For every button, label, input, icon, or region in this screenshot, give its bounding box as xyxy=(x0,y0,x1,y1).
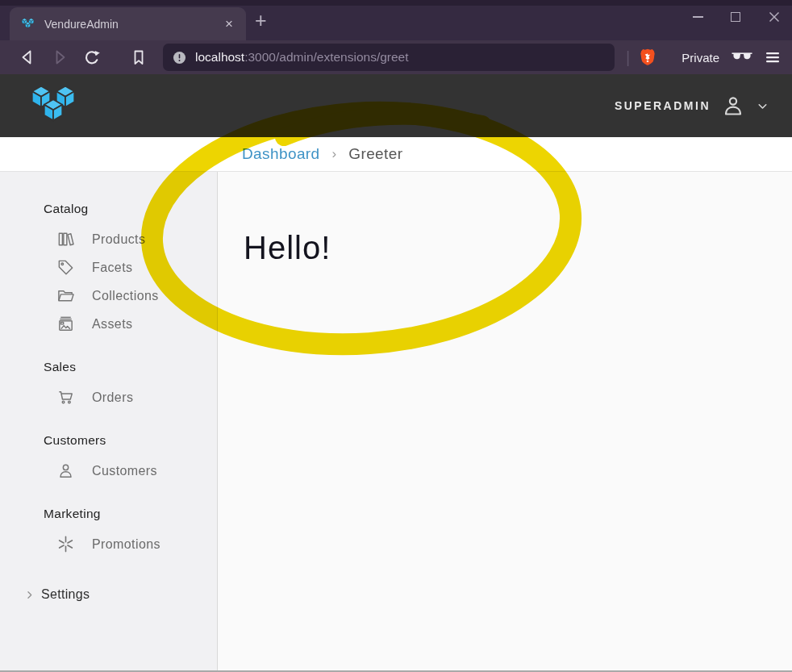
sidebar-item-customers[interactable]: Customers xyxy=(0,457,217,485)
sidebar-section-sales: Sales Orders xyxy=(0,360,217,411)
toolbar-separator: | xyxy=(626,48,630,67)
breadcrumb-separator: › xyxy=(332,146,337,162)
sidebar-item-label: Collections xyxy=(92,289,159,303)
user-menu[interactable]: SUPERADMIN xyxy=(615,94,769,118)
breadcrumb: Dashboard › Greeter xyxy=(0,137,792,172)
window-controls xyxy=(693,6,781,27)
reload-button[interactable] xyxy=(82,48,102,67)
browser-toolbar: localhost:3000/admin/extensions/greet | … xyxy=(0,40,792,74)
user-avatar-icon xyxy=(721,94,745,118)
brave-shield-icon[interactable] xyxy=(638,48,657,67)
sidebar-item-label: Assets xyxy=(92,317,132,332)
section-title: Catalog xyxy=(0,202,217,216)
toolbar-right-cluster: Private xyxy=(682,49,781,65)
greeting-text: Hello! xyxy=(244,230,792,266)
sidebar-item-label: Orders xyxy=(92,390,133,405)
url-path: :3000/admin/extensions/greet xyxy=(244,50,408,64)
app-header: SUPERADMIN xyxy=(0,74,792,137)
back-button[interactable] xyxy=(18,48,37,67)
sidebar-item-orders[interactable]: Orders xyxy=(0,383,217,411)
sidebar-item-label: Customers xyxy=(92,464,157,478)
bookmark-icon[interactable] xyxy=(129,48,148,67)
folder-icon xyxy=(56,286,75,305)
settings-label: Settings xyxy=(41,587,90,602)
cart-icon xyxy=(56,388,75,407)
site-info-icon[interactable] xyxy=(172,50,187,65)
url-text: localhost:3000/admin/extensions/greet xyxy=(195,50,409,65)
sidebar-section-customers: Customers Customers xyxy=(0,433,217,485)
sidebar-item-label: Products xyxy=(92,232,145,247)
url-bar[interactable]: localhost:3000/admin/extensions/greet xyxy=(163,44,615,71)
new-tab-button[interactable]: + xyxy=(255,10,267,31)
tag-icon xyxy=(56,258,75,277)
minimize-icon[interactable] xyxy=(693,16,703,18)
section-title: Sales xyxy=(0,360,217,374)
url-host: localhost xyxy=(195,50,244,64)
image-icon xyxy=(56,315,75,333)
main-content: Hello! xyxy=(218,172,792,670)
vendure-favicon-icon xyxy=(19,17,36,31)
maximize-icon[interactable] xyxy=(731,12,740,22)
sidebar-section-catalog: Catalog Products xyxy=(0,202,217,338)
forward-button[interactable] xyxy=(50,48,69,67)
private-window-label: Private xyxy=(682,51,719,65)
sidebar-item-label: Facets xyxy=(92,261,132,275)
browser-tab[interactable]: VendureAdmin × xyxy=(10,7,246,40)
chevron-down-icon xyxy=(756,99,769,113)
close-icon[interactable] xyxy=(768,10,781,23)
browser-titlebar: VendureAdmin × + xyxy=(0,0,792,40)
private-glasses-icon xyxy=(731,50,753,65)
asterisk-icon xyxy=(56,535,75,553)
sidebar-item-label: Promotions xyxy=(92,537,160,552)
username-label: SUPERADMIN xyxy=(615,99,711,112)
menu-hamburger-icon[interactable] xyxy=(765,49,781,65)
section-title: Marketing xyxy=(0,507,217,521)
sidebar-item-products[interactable]: Products xyxy=(0,225,217,253)
breadcrumb-current: Greeter xyxy=(348,145,402,163)
section-title: Customers xyxy=(0,433,217,448)
library-icon xyxy=(56,230,75,248)
browser-window: VendureAdmin × + xyxy=(0,0,792,672)
sidebar-item-collections[interactable]: Collections xyxy=(0,282,217,310)
sidebar-section-settings[interactable]: Settings xyxy=(0,587,217,602)
chevron-right-icon xyxy=(23,589,35,601)
sidebar-item-assets[interactable]: Assets xyxy=(0,310,217,338)
user-icon xyxy=(56,461,75,480)
sidebar: Catalog Products xyxy=(0,172,218,670)
sidebar-section-marketing: Marketing Promotions xyxy=(0,507,217,558)
tab-close-icon[interactable]: × xyxy=(222,15,236,32)
breadcrumb-link-dashboard[interactable]: Dashboard xyxy=(242,145,320,163)
tab-title: VendureAdmin xyxy=(44,18,222,31)
sidebar-item-facets[interactable]: Facets xyxy=(0,253,217,282)
vendure-logo[interactable] xyxy=(23,81,84,130)
sidebar-item-promotions[interactable]: Promotions xyxy=(0,530,217,558)
